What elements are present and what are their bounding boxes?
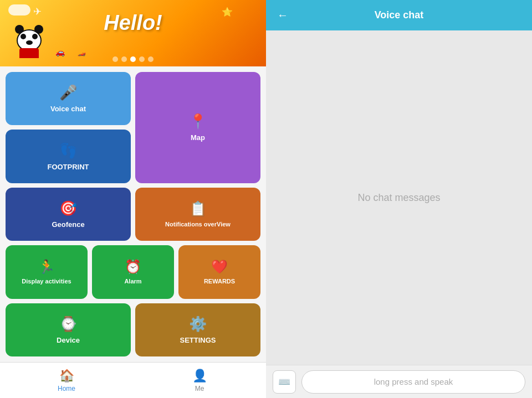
dot-3 (130, 56, 136, 62)
hero-banner: ✈ ⭐ Hello! (0, 0, 266, 66)
chat-input-bar: ⌨️ long press and speak (266, 365, 532, 398)
dot-1 (112, 56, 118, 62)
mascot-image (14, 25, 44, 58)
dots-indicator (112, 56, 154, 62)
voice-chat-header: ← Voice chat (266, 0, 532, 30)
keyboard-icon: ⌨️ (278, 376, 290, 388)
no-messages-text: No chat messages (357, 192, 440, 204)
left-panel: ✈ ⭐ Hello! (0, 0, 266, 398)
notifications-button[interactable]: 📋Notifications overView (135, 188, 260, 241)
voice-input-button[interactable]: long press and speak (301, 370, 525, 394)
car2-icon: 🏎️ (78, 49, 86, 56)
menu-grid: 🎤Voice chat📍Map👣FOOTPRINT🎯Geofence📋Notif… (0, 66, 266, 362)
chat-area: No chat messages (266, 30, 532, 365)
cloud-decoration (8, 4, 30, 15)
voice-chat-title: Voice chat (375, 9, 424, 21)
dot-4 (139, 56, 145, 62)
settings-button[interactable]: ⚙️SETTINGS (135, 303, 260, 356)
dot-2 (121, 56, 127, 62)
keyboard-button[interactable]: ⌨️ (273, 370, 296, 394)
home-label: Home (58, 385, 75, 392)
footprint-button[interactable]: 👣FOOTPRINT (6, 130, 131, 183)
rewards-button[interactable]: ❤️REWARDS (178, 245, 260, 298)
voice-chat-button[interactable]: 🎤Voice chat (6, 72, 131, 125)
me-label: Me (195, 385, 204, 392)
display-activities-button[interactable]: 🏃Display activities (6, 245, 88, 298)
alarm-button[interactable]: ⏰Alarm (92, 245, 174, 298)
bottom-nav: 🏠 Home 👤 Me (0, 362, 266, 398)
back-button[interactable]: ← (277, 9, 288, 22)
nav-me[interactable]: 👤 Me (133, 363, 266, 398)
car-icon: 🚗 (55, 48, 65, 56)
map-button[interactable]: 📍Map (135, 72, 260, 183)
nav-home[interactable]: 🏠 Home (0, 363, 133, 398)
right-panel: ← Voice chat No chat messages ⌨️ long pr… (266, 0, 532, 398)
airplane-icon: ✈ (33, 6, 42, 18)
voice-input-placeholder: long press and speak (374, 377, 453, 386)
dot-5 (148, 56, 154, 62)
profile-icon: 👤 (192, 369, 207, 383)
device-button[interactable]: ⌚Device (6, 303, 131, 356)
home-icon: 🏠 (59, 369, 74, 383)
hello-text: Hello! (104, 11, 162, 35)
geofence-button[interactable]: 🎯Geofence (6, 188, 131, 241)
star-icon: ⭐ (222, 7, 233, 17)
